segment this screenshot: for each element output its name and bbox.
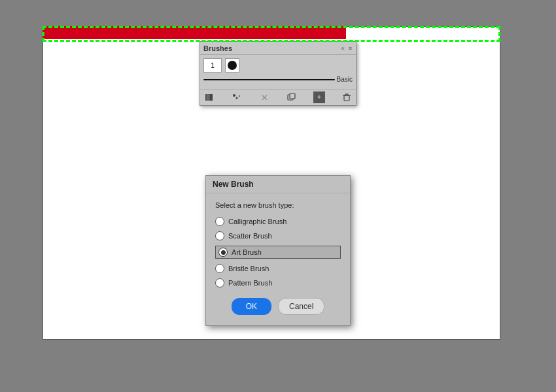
brush-scatter-icon[interactable] — [231, 91, 243, 103]
radio-art[interactable]: Art Brush — [215, 246, 341, 259]
brush-stroke-line — [203, 79, 335, 80]
radio-bristle-label: Bristle Brush — [228, 265, 269, 272]
radio-calligraphic-label: Calligraphic Brush — [228, 218, 287, 225]
brushes-panel-title: Brushes — [203, 44, 232, 52]
svg-rect-1 — [207, 94, 209, 101]
brush-dot-preview — [225, 58, 239, 73]
brush-preview-row: 1 — [203, 58, 353, 73]
canvas-selection-fill — [43, 26, 346, 39]
svg-rect-7 — [290, 93, 295, 99]
radio-scatter-input[interactable] — [215, 231, 224, 240]
libraries-icon[interactable] — [203, 91, 215, 103]
brush-size-value: 1 — [211, 62, 215, 69]
brushes-panel: Brushes « ≡ 1 Basic ✕ — [200, 41, 356, 106]
svg-rect-0 — [205, 94, 207, 101]
duplicate-icon[interactable] — [286, 91, 298, 103]
ok-button[interactable]: OK — [232, 298, 271, 315]
radio-calligraphic[interactable]: Calligraphic Brush — [215, 217, 341, 226]
trash-icon[interactable] — [341, 91, 353, 103]
radio-art-input[interactable] — [218, 248, 228, 257]
brush-stroke-label: Basic — [337, 76, 353, 83]
svg-rect-10 — [344, 95, 349, 101]
brushes-titlebar-controls: « ≡ — [341, 45, 353, 52]
radio-pattern-label: Pattern Brush — [228, 279, 272, 287]
new-brush-dialog: New Brush Select a new brush type: Calli… — [205, 175, 351, 326]
new-brush-icon[interactable]: + — [313, 91, 325, 103]
radio-art-label: Art Brush — [232, 248, 262, 256]
menu-button[interactable]: ≡ — [348, 45, 353, 52]
cancel-button[interactable]: Cancel — [278, 298, 324, 315]
radio-calligraphic-input[interactable] — [215, 217, 224, 226]
radio-scatter[interactable]: Scatter Brush — [215, 231, 341, 240]
dialog-prompt: Select a new brush type: — [215, 201, 341, 209]
radio-scatter-label: Scatter Brush — [228, 232, 272, 240]
radio-bristle-input[interactable] — [215, 264, 224, 273]
brushes-content: 1 Basic — [200, 55, 356, 89]
radio-art-dot — [221, 250, 226, 255]
radio-bristle[interactable]: Bristle Brush — [215, 264, 341, 273]
radio-pattern-input[interactable] — [215, 278, 224, 287]
svg-point-4 — [236, 97, 238, 99]
brush-size-box[interactable]: 1 — [203, 58, 222, 73]
brushes-toolbar: ✕ + — [200, 89, 356, 105]
dialog-title: New Brush — [206, 176, 350, 193]
collapse-button[interactable]: « — [341, 45, 345, 52]
dialog-buttons: OK Cancel — [215, 298, 341, 318]
radio-pattern[interactable]: Pattern Brush — [215, 278, 341, 287]
svg-point-3 — [233, 94, 235, 97]
dialog-body: Select a new brush type: Calligraphic Br… — [206, 193, 350, 325]
svg-rect-2 — [209, 94, 213, 101]
svg-point-5 — [239, 95, 240, 97]
svg-text:+: + — [317, 93, 321, 101]
brush-dot-inner — [228, 61, 237, 70]
brush-stroke-row: Basic — [203, 76, 353, 83]
brushes-titlebar: Brushes « ≡ — [200, 42, 356, 55]
delete-x-icon[interactable]: ✕ — [258, 91, 270, 103]
